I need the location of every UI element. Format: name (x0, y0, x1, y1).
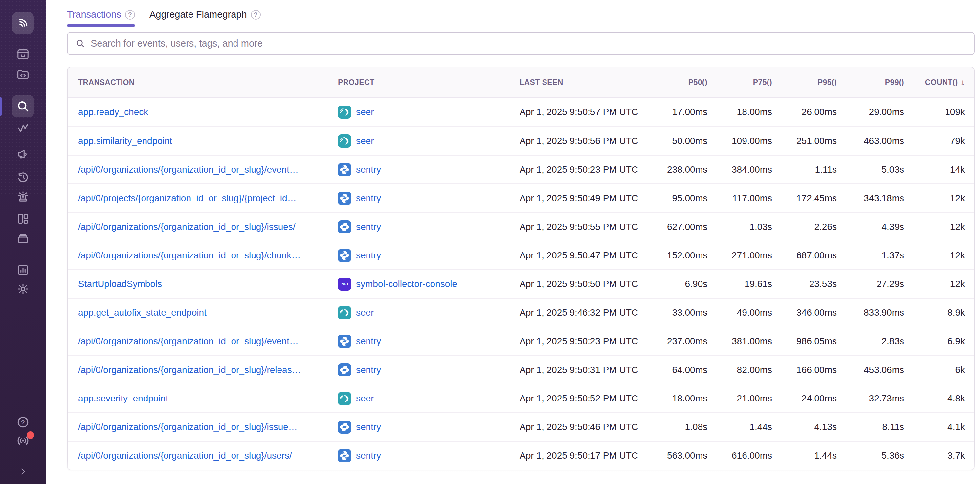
help-glyph: ? (254, 11, 258, 18)
sidebar-expand-button[interactable] (14, 464, 32, 479)
table-row: app.get_autofix_state_endpointseerApr 1,… (68, 298, 974, 326)
transaction-link[interactable]: app.similarity_endpoint (78, 136, 172, 146)
column-header-p50[interactable]: P50() (648, 78, 711, 87)
column-header-last-seen[interactable]: LAST SEEN (508, 78, 648, 87)
count-value: 6.9k (908, 336, 974, 347)
project-link[interactable]: sentry (356, 165, 381, 175)
p75-value: 381.00ms (711, 336, 776, 347)
tab-label: Aggregate Flamegraph (150, 9, 247, 20)
sidebar-item-feedback[interactable] (14, 147, 32, 161)
table-row: /api/0/organizations/{organization_id_or… (68, 412, 974, 441)
count-value: 4.8k (908, 393, 974, 404)
help-button[interactable]: ? (14, 415, 32, 430)
help-icon[interactable]: ? (251, 10, 261, 20)
sidebar-item-releases[interactable] (14, 231, 32, 246)
notification-badge (27, 431, 34, 439)
project-link[interactable]: sentry (356, 450, 381, 461)
svg-text:?: ? (21, 419, 25, 426)
table-row: /api/0/organizations/{organization_id_or… (68, 326, 974, 355)
project-link[interactable]: sentry (356, 365, 381, 375)
project-link[interactable]: sentry (356, 193, 381, 203)
transaction-link[interactable]: /api/0/organizations/{organization_id_or… (78, 422, 298, 432)
search-icon (75, 38, 85, 49)
whats-new-button[interactable] (14, 433, 32, 448)
count-value: 8.9k (908, 307, 974, 318)
sidebar-item-settings[interactable] (14, 282, 32, 296)
search-input[interactable] (91, 38, 967, 49)
sidebar-item-replays[interactable] (14, 170, 32, 184)
p50-value: 627.00ms (648, 222, 711, 232)
transaction-link[interactable]: /api/0/organizations/{organization_id_or… (78, 336, 299, 347)
p99-value: 5.36s (841, 450, 908, 461)
project-link[interactable]: sentry (356, 250, 381, 261)
column-header-transaction[interactable]: TRANSACTION (68, 78, 329, 87)
p99-value: 4.39s (841, 222, 908, 232)
p99-value: 2.83s (841, 336, 908, 347)
p95-value: 26.00ms (776, 107, 841, 117)
table-row: /api/0/organizations/{organization_id_or… (68, 212, 974, 241)
p95-value: 1.11s (776, 165, 841, 175)
tab-transactions[interactable]: Transactions ? (67, 9, 135, 27)
column-header-p75[interactable]: P75() (711, 78, 776, 87)
sidebar-item-alerts[interactable] (14, 190, 32, 204)
table-row: /api/0/organizations/{organization_id_or… (68, 441, 974, 470)
sidebar-item-performance[interactable] (14, 121, 32, 135)
p99-value: 8.11s (841, 422, 908, 432)
project-link[interactable]: symbol-collector-console (356, 279, 457, 289)
transaction-link[interactable]: /api/0/organizations/{organization_id_or… (78, 450, 292, 461)
python-project-icon (338, 335, 351, 348)
project-link[interactable]: seer (356, 107, 374, 117)
project-link[interactable]: sentry (356, 422, 381, 432)
active-nav-indicator (0, 97, 2, 116)
project-link[interactable]: seer (356, 393, 374, 404)
p50-value: 238.00ms (648, 165, 711, 175)
project-link[interactable]: sentry (356, 336, 381, 347)
project-link[interactable]: seer (356, 136, 374, 146)
column-header-p95[interactable]: P95() (776, 78, 841, 87)
p75-value: 271.00ms (711, 250, 776, 261)
sidebar-item-projects[interactable] (14, 67, 32, 82)
transaction-link[interactable]: /api/0/organizations/{organization_id_or… (78, 250, 301, 261)
p95-value: 986.05ms (776, 336, 841, 347)
sentry-logo[interactable] (12, 12, 34, 34)
count-value: 4.1k (908, 422, 974, 432)
transaction-link[interactable]: app.severity_endpoint (78, 393, 168, 404)
p95-value: 23.53s (776, 279, 841, 289)
table-row: app.severity_endpointseerApr 1, 2025 9:5… (68, 384, 974, 412)
seer-project-icon (338, 105, 351, 119)
search-bar[interactable] (67, 32, 975, 55)
help-icon[interactable]: ? (125, 10, 135, 20)
p50-value: 237.00ms (648, 336, 711, 347)
clock-rewind-icon (16, 170, 30, 184)
p99-value: 32.73ms (841, 393, 908, 404)
sidebar-item-dashboards[interactable] (14, 211, 32, 226)
megaphone-icon (16, 147, 30, 161)
dashboard-grid-icon (16, 211, 30, 226)
column-header-project[interactable]: PROJECT (329, 78, 508, 87)
tab-aggregate-flamegraph[interactable]: Aggregate Flamegraph ? (150, 9, 261, 27)
sidebar-item-explore[interactable] (12, 95, 34, 117)
column-header-p99[interactable]: P99() (841, 78, 908, 87)
p95-value: 24.00ms (776, 393, 841, 404)
transaction-link[interactable]: /api/0/projects/{organization_id_or_slug… (78, 193, 297, 203)
p95-value: 346.00ms (776, 307, 841, 318)
transaction-link[interactable]: StartUploadSymbols (78, 279, 162, 289)
sidebar-item-issues[interactable] (14, 47, 32, 61)
transaction-link[interactable]: app.get_autofix_state_endpoint (78, 307, 207, 318)
project-link[interactable]: seer (356, 307, 374, 318)
project-link[interactable]: sentry (356, 222, 381, 232)
transaction-link[interactable]: /api/0/organizations/{organization_id_or… (78, 222, 296, 232)
p95-value: 1.44s (776, 450, 841, 461)
p95-value: 687.00ms (776, 250, 841, 261)
table-row: app.similarity_endpointseerApr 1, 2025 9… (68, 126, 974, 155)
transaction-link[interactable]: /api/0/organizations/{organization_id_or… (78, 165, 299, 175)
sidebar-item-stats[interactable] (14, 263, 32, 277)
count-column-label: COUNT() (925, 78, 958, 87)
p50-value: 95.00ms (648, 193, 711, 203)
p75-value: 19.61s (711, 279, 776, 289)
column-header-count[interactable]: COUNT() ↓ (908, 77, 974, 88)
transaction-link[interactable]: /api/0/organizations/{organization_id_or… (78, 365, 301, 375)
transaction-link[interactable]: app.ready_check (78, 107, 148, 117)
count-value: 12k (908, 250, 974, 261)
help-icon: ? (16, 415, 30, 430)
